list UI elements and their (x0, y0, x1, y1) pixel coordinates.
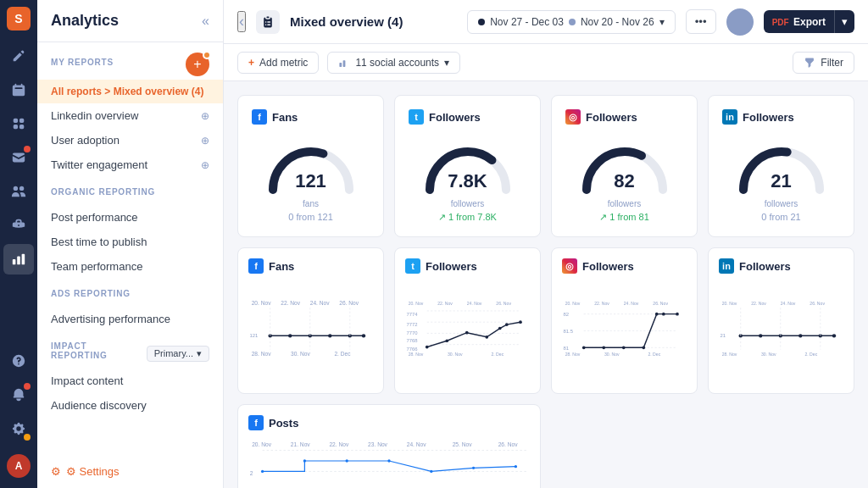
nav-calendar[interactable] (3, 75, 34, 105)
svg-point-10 (288, 334, 292, 337)
post-performance-label: Post performance (51, 211, 138, 224)
li-followers-line-title: Followers (739, 260, 791, 273)
date-range-button[interactable]: Nov 27 - Dec 03 Nov 20 - Nov 26 ▾ (467, 10, 675, 34)
sidebar-item-advertising[interactable]: Advertising performance (37, 307, 223, 331)
linkedin-overview-label: Linkedin overview (51, 109, 138, 122)
svg-point-34 (426, 346, 429, 349)
add-metric-label: Add metric (259, 57, 308, 69)
team-performance-label: Team performance (51, 260, 142, 273)
svg-point-55 (602, 346, 605, 349)
app-logo[interactable]: S (7, 7, 31, 30)
li-followers-card: in Followers 21 followers 0 from 21 (708, 95, 854, 237)
impact-section: IMPACT REPORTING Primary... ▾ (37, 331, 223, 369)
add-report-button[interactable]: + (186, 53, 209, 76)
pin-icon-2: ⊕ (201, 135, 209, 147)
more-options-button[interactable]: ••• (686, 9, 716, 34)
sidebar-item-team-performance[interactable]: Team performance (37, 254, 223, 279)
svg-text:28. Nov: 28. Nov (409, 352, 424, 357)
fb-fans-gauge: 121 (264, 135, 358, 194)
my-reports-section: MY REPORTS + (37, 42, 223, 80)
sidebar-item-post-performance[interactable]: Post performance (37, 205, 223, 230)
ig-followers-line-header: ◎ Followers (562, 258, 687, 274)
impact-content-label: Impact content (51, 374, 123, 387)
svg-point-56 (622, 346, 626, 349)
svg-point-36 (465, 331, 469, 335)
svg-text:28. Nov: 28. Nov (252, 351, 271, 357)
export-dropdown-button[interactable]: ▾ (834, 10, 854, 33)
filter-label: Filter (821, 57, 843, 69)
svg-text:2. Dec: 2. Dec (804, 352, 817, 357)
tw-followers-header: t Followers (409, 109, 526, 125)
settings-icon: ⚙ (51, 465, 61, 478)
settings-link[interactable]: ⚙ ⚙ Settings (37, 455, 223, 488)
fb-fans-card: f Fans 121 fans 0 from 121 (237, 95, 384, 237)
fb-fans-line-card: f Fans 20. Nov 22. Nov 24. Nov 26. Nov 2… (237, 247, 384, 394)
nav-compose[interactable] (3, 41, 34, 71)
svg-text:2: 2 (250, 470, 253, 476)
li-followers-line-header: in Followers (719, 258, 843, 274)
nav-briefcase[interactable] (3, 210, 34, 241)
li-icon: in (722, 109, 737, 125)
fb-posts-header-1: f Posts (248, 415, 530, 430)
ig-followers-chart: 20. Nov 22. Nov 24. Nov 26. Nov 28. Nov … (562, 279, 687, 380)
nav-inbox[interactable] (3, 142, 34, 173)
sidebar-item-audience-discovery[interactable]: Audience discovery (37, 393, 223, 418)
main-content: ‹ Mixed overview (4) Nov 27 - Dec 03 Nov… (224, 0, 868, 488)
tw-icon-chart: t (405, 258, 420, 274)
nav-notifications[interactable] (3, 380, 34, 410)
svg-point-14 (362, 334, 365, 337)
ig-followers-card: ◎ Followers 82 followers ↗ 1 from 81 (551, 95, 698, 237)
sidebar-item-twitter-engagement[interactable]: Twitter engagement ⊕ (37, 152, 223, 177)
add-metric-button[interactable]: + Add metric (237, 52, 319, 74)
nav-settings[interactable] (3, 413, 34, 444)
svg-text:26. Nov: 26. Nov (810, 301, 825, 306)
tw-followers-unit: followers (451, 199, 484, 208)
sidebar-item-linkedin-overview[interactable]: Linkedin overview ⊕ (37, 103, 223, 128)
svg-text:81: 81 (563, 346, 569, 351)
li-followers-gauge: 21 (735, 135, 828, 194)
ig-icon-chart: ◎ (562, 258, 577, 274)
svg-text:22. Nov: 22. Nov (329, 441, 349, 447)
svg-text:24. Nov: 24. Nov (310, 300, 330, 306)
nav-users[interactable] (3, 176, 34, 207)
export-button[interactable]: PDF Export (764, 10, 834, 33)
bar-chart-icon (338, 57, 350, 69)
impact-label: IMPACT REPORTING (51, 341, 140, 360)
svg-text:22. Nov: 22. Nov (594, 301, 609, 306)
settings-label: ⚙ Settings (66, 465, 120, 478)
svg-text:25. Nov: 25. Nov (453, 441, 473, 447)
svg-text:20. Nov: 20. Nov (252, 441, 272, 447)
user-avatar[interactable] (726, 8, 754, 36)
svg-point-60 (676, 313, 679, 316)
export-group: PDF Export ▾ (764, 10, 854, 33)
ig-followers-line-title: Followers (582, 260, 634, 273)
svg-text:26. Nov: 26. Nov (653, 301, 668, 306)
sidebar-item-mixed-overview[interactable]: All reports > Mixed overview (4) (37, 80, 223, 103)
topbar: ‹ Mixed overview (4) Nov 27 - Dec 03 Nov… (224, 0, 868, 44)
svg-text:26. Nov: 26. Nov (498, 441, 519, 447)
back-button[interactable]: ‹ (237, 11, 246, 32)
sidebar-item-user-adoption[interactable]: User adoption ⊕ (37, 128, 223, 152)
nav-help[interactable] (3, 346, 34, 376)
sidebar-item-best-time[interactable]: Best time to publish (37, 230, 223, 254)
sidebar-collapse-button[interactable]: « (202, 14, 209, 29)
ig-followers-gauge: 82 (578, 135, 671, 194)
nav-analytics[interactable] (3, 244, 34, 274)
fb-posts-icon-1: f (248, 415, 264, 430)
pin-icon-3: ⊕ (201, 159, 209, 171)
twitter-engagement-label: Twitter engagement (51, 158, 147, 171)
social-accounts-button[interactable]: 11 social accounts ▾ (327, 52, 460, 74)
svg-text:26. Nov: 26. Nov (496, 301, 511, 306)
svg-point-95 (515, 465, 517, 468)
svg-point-94 (472, 467, 475, 469)
filter-button[interactable]: Filter (793, 52, 854, 74)
svg-text:121: 121 (249, 333, 258, 338)
organic-label: ORGANIC REPORTING (51, 187, 209, 197)
nav-avatar[interactable]: A (3, 451, 34, 481)
impact-badge[interactable]: Primary... ▾ (147, 346, 209, 362)
sidebar-item-impact-content[interactable]: Impact content (37, 369, 223, 393)
svg-text:24. Nov: 24. Nov (624, 301, 639, 306)
nav-grid[interactable] (3, 108, 34, 139)
dashboard: f Fans 121 fans 0 from 121 t Followers (224, 81, 868, 488)
sidebar-header: Analytics « (37, 0, 223, 42)
